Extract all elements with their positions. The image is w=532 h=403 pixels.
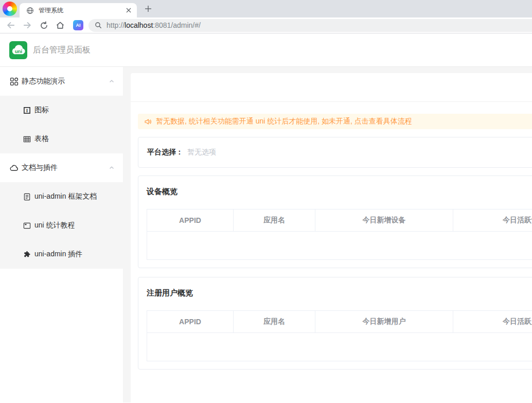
table-empty-row [147,232,532,260]
forward-button[interactable] [21,19,34,32]
address-bar[interactable]: http://localhost:8081/admin/#/ [88,19,532,32]
url-path: :8081/admin/#/ [153,21,201,29]
sidebar-section-static-demo[interactable]: 静态功能演示 [0,67,123,96]
column-header: 应用名 [234,209,315,232]
cloud-icon [9,163,19,172]
sidebar-item-uniadmin-docs[interactable]: uni-admin 框架文档 [0,182,123,211]
notice-text: 暂无数据, 统计相关功能需开通 uni 统计后才能使用, 如未开通, 点击查看具… [156,117,412,126]
content-panel: 暂无数据, 统计相关功能需开通 uni 统计后才能使用, 如未开通, 点击查看具… [131,73,532,402]
column-header: 今日活跃用户 [453,311,532,333]
browser-tab[interactable]: 管理系统 [20,3,137,17]
device-overview-table: APPID 应用名 今日新增设备 今日活跃设备 [147,209,532,260]
card-title: 注册用户概览 [147,288,532,298]
app-header: uni 后台管理员面板 [0,33,532,67]
device-overview-card: 设备概览 APPID 应用名 今日新增设备 今日活跃设备 [138,176,532,268]
new-tab-button[interactable] [141,2,155,16]
notice-bar[interactable]: 暂无数据, 统计相关功能需开通 uni 统计后才能使用, 如未开通, 点击查看具… [138,114,532,129]
sidebar-item-icons[interactable]: I 图标 [0,96,123,125]
close-icon[interactable] [125,6,133,14]
table-header-row: APPID 应用名 今日新增设备 今日活跃设备 [147,209,532,232]
ai-assistant-button[interactable]: AI [73,20,83,30]
sidebar-item-label: 表格 [34,134,49,144]
card-title: 设备概览 [147,187,532,197]
browser-tab-strip: 管理系统 [0,0,532,17]
sidebar-item-label: uni 统计教程 [34,221,75,230]
column-header: 今日新增设备 [315,209,453,232]
sidebar-item-tables[interactable]: 表格 [0,125,123,153]
chevron-up-icon [109,78,115,84]
sidebar-item-label: uni-admin 框架文档 [34,192,97,201]
url-host: localhost [125,21,153,29]
table-header-row: APPID 应用名 今日新增用户 今日活跃用户 [147,311,532,333]
url-scheme: http:// [107,21,125,29]
window-icon [22,221,31,230]
sidebar-section-label: 文档与插件 [22,163,58,172]
column-header: 今日活跃设备 [453,209,532,232]
column-header: 应用名 [234,311,315,333]
sidebar-item-label: 图标 [34,106,49,115]
sidebar-item-label: uni-admin 插件 [34,250,82,259]
browser-logo-icon [3,2,17,16]
column-header: APPID [147,311,234,333]
panel-header-area [131,73,532,102]
platform-select[interactable]: 暂无选项 [187,148,216,157]
user-overview-card: 注册用户概览 APPID 应用名 今日新增用户 今日活跃用户 [138,277,532,370]
page-title: 后台管理员面板 [33,45,91,56]
user-overview-table: APPID 应用名 今日新增用户 今日活跃用户 [147,310,532,361]
sidebar-item-uniadmin-plugins[interactable]: uni-admin 插件 [0,240,123,269]
chevron-up-icon [109,165,115,171]
url-text: http://localhost:8081/admin/#/ [107,21,201,29]
platform-select-card: 平台选择： 暂无选项 [138,137,532,168]
column-header: APPID [147,209,234,232]
uni-logo: uni [9,41,27,59]
globe-icon [25,6,34,15]
uni-logo-text: uni [15,48,23,54]
table-empty-row [147,333,532,361]
main-content: 暂无数据, 统计相关功能需开通 uni 统计后才能使用, 如未开通, 点击查看具… [123,67,532,402]
sidebar-item-unistat-tutorial[interactable]: uni 统计教程 [0,211,123,240]
submenu-static-demo: I 图标 表格 [0,96,123,153]
speaker-icon [143,117,152,126]
reload-button[interactable] [37,19,50,32]
sidebar: 静态功能演示 I 图标 [0,67,123,402]
puzzle-icon [22,250,31,259]
home-button[interactable] [54,19,67,32]
tab-title: 管理系统 [39,6,125,15]
svg-text:I: I [26,108,28,113]
document-icon [22,192,31,201]
grid-icon [9,77,19,86]
column-header: 今日新增用户 [315,311,453,333]
info-square-icon: I [22,106,31,115]
back-button[interactable] [4,19,17,32]
sidebar-section-label: 静态功能演示 [22,77,65,86]
platform-select-label: 平台选择： [147,148,183,157]
table-icon [22,134,31,144]
search-icon [94,21,103,30]
browser-toolbar: AI http://localhost:8081/admin/#/ [0,17,532,33]
sidebar-section-docs-plugins[interactable]: 文档与插件 [0,153,123,182]
submenu-docs-plugins: uni-admin 框架文档 uni 统计教程 uni-admin 插件 [0,182,123,269]
